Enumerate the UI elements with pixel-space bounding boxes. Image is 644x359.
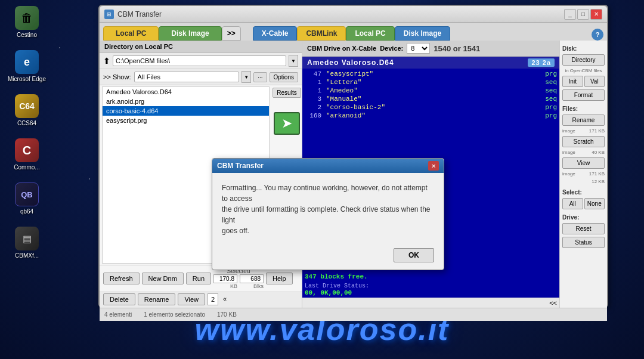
show-input[interactable] — [134, 72, 239, 82]
help-icon[interactable]: ? — [592, 29, 603, 41]
new-dnm-button[interactable]: New Dnm — [142, 273, 184, 284]
cbm-file-row-5[interactable]: 160 "arkanoid" prg — [305, 112, 557, 120]
kb-label: KB — [230, 283, 237, 289]
cbm-file-row-2[interactable]: 1 "Amedeo" seq — [305, 86, 557, 95]
val-button[interactable]: Val — [584, 76, 605, 87]
disk-tag: 23 2a — [528, 58, 555, 67]
file-item-1[interactable]: ark.anoid.prg — [103, 97, 269, 106]
image-kb-3: 171 KB — [589, 171, 605, 177]
reset-button[interactable]: Reset — [562, 223, 605, 234]
tab-more[interactable]: >> — [222, 26, 241, 41]
tab-disk-image[interactable]: Disk Image — [159, 26, 221, 41]
modal-dialog: CBM Transfer ✕ Formatting... You may con… — [212, 158, 444, 270]
device-label: Device: — [380, 45, 403, 52]
cbm-status-value: 00, 0K,00,00 — [305, 289, 557, 296]
rename-button[interactable]: Rename — [138, 293, 176, 305]
path-input[interactable] — [113, 55, 286, 66]
show-bar: >> Show: ▼ ··· Options — [100, 69, 302, 85]
status-size: 170 KB — [217, 311, 237, 318]
desktop-icon-cestino[interactable]: 🗑 Cestino — [6, 6, 48, 38]
blks-value: 688 — [240, 274, 264, 283]
left-panel-header: Directory on Local PC — [100, 41, 302, 53]
rename-cbm-button[interactable]: Rename — [562, 114, 605, 126]
tab-cbmlink[interactable]: CBMLink — [297, 26, 346, 41]
path-dropdown[interactable]: ▼ — [289, 55, 298, 67]
cbm-blocks-4: 2 — [305, 104, 321, 111]
disk-info-1: in OpenCBM files — [562, 68, 605, 73]
cbm-name-2: "Amedeo" — [326, 87, 540, 94]
status-button[interactable]: Status — [562, 237, 605, 248]
file-item-0[interactable]: Amedeo Valoroso.D64 — [103, 87, 269, 97]
close-button[interactable]: ✕ — [590, 9, 602, 20]
desktop-icon-qb64[interactable]: QB qb64 — [6, 182, 48, 215]
minimize-button[interactable]: _ — [564, 9, 576, 20]
transfer-right-button[interactable]: ➤ — [274, 112, 300, 135]
selected-area: Selected 170.8 KB 688 Blks — [213, 268, 264, 289]
status-selected: 1 elemento selezionato — [144, 311, 205, 318]
tab-xcable[interactable]: X-Cable — [253, 26, 298, 41]
file-item-3[interactable]: easyscript.prg — [103, 116, 269, 125]
none-button[interactable]: None — [584, 198, 605, 209]
init-button[interactable]: Init — [562, 76, 583, 87]
tab-local-pc[interactable]: Local PC — [103, 26, 159, 41]
path-up-icon: ⬆ — [103, 56, 110, 66]
cbm-type-4: prg — [545, 104, 557, 111]
path-bar: ⬆ ▼ — [100, 53, 302, 69]
desktop: 🗑 Cestino e Microsof Edge C64 CCS64 C Co… — [0, 0, 644, 359]
all-button[interactable]: All — [562, 198, 583, 209]
desktop-icon-ccs64[interactable]: C64 CCS64 — [6, 94, 48, 126]
refresh-button[interactable]: Refresh — [103, 273, 140, 284]
commodore-icon: C — [15, 138, 39, 162]
results-button[interactable]: Results — [273, 88, 301, 98]
desktop-icon-edge[interactable]: e Microsof Edge — [6, 50, 48, 82]
kb-area: 170.8 KB — [213, 274, 237, 289]
drive-name: 1540 or 1541 — [434, 44, 480, 53]
count-badge: 2 — [208, 293, 218, 305]
cbm-file-row-0[interactable]: 47 "easyscript" prg — [305, 70, 557, 78]
show-dropdown[interactable]: ▼ — [242, 71, 251, 83]
cbm-status-label: Last Drive Status: — [305, 283, 557, 289]
modal-ok-button[interactable]: OK — [394, 248, 434, 262]
cbm-file-row-1[interactable]: 1 "Lettera" seq — [305, 78, 557, 86]
modal-close-button[interactable]: ✕ — [428, 161, 439, 171]
cbm-type-0: prg — [545, 70, 557, 78]
tab-local-pc-right[interactable]: Local PC — [346, 26, 394, 41]
blks-label: Blks — [253, 283, 264, 289]
cbm-type-3: seq — [545, 95, 557, 103]
format-button[interactable]: Format — [562, 89, 605, 101]
desktop-icon-commodore[interactable]: C Commo... — [6, 138, 48, 171]
cbm-name-1: "Lettera" — [326, 79, 540, 86]
window-title: CBM Transfer — [117, 10, 162, 18]
cbm-blocks-1: 1 — [305, 79, 321, 86]
run-button[interactable]: Run — [186, 273, 211, 284]
select-section-label: Select: — [562, 189, 605, 196]
desktop-icon-cbmxfer[interactable]: ▤ CBMXf... — [6, 227, 48, 259]
scratch-button[interactable]: Scratch — [562, 136, 605, 147]
image-info-row-2: image 40 KB — [562, 150, 605, 155]
window-titlebar: ⊞ CBM Transfer _ □ ✕ — [100, 6, 607, 23]
device-select[interactable]: 8 9 10 — [407, 43, 430, 54]
cbmxfer-label: CBMXf... — [15, 252, 39, 259]
options-button[interactable]: Options — [270, 72, 298, 82]
ccs64-icon: C64 — [15, 94, 39, 118]
directory-button[interactable]: Directory — [562, 54, 605, 66]
cbm-file-row-3[interactable]: 3 "Manuale" seq — [305, 95, 557, 103]
modal-title: CBM Transfer — [217, 162, 264, 170]
cbm-free-blocks: 347 blocks free. — [302, 272, 559, 281]
kb-value: 170.8 — [213, 274, 237, 283]
init-val-row: Init Val — [562, 76, 605, 87]
cbm-disk-label: Amedeo Valoroso.D64 23 2a — [302, 57, 559, 69]
file-item-2[interactable]: corso-basic-4.d64 — [103, 106, 269, 116]
cbm-header-label: CBM Drive on X-Cable — [307, 45, 376, 52]
view-cbm-button[interactable]: View — [562, 157, 605, 169]
delete-button[interactable]: Delete — [103, 293, 135, 305]
maximize-button[interactable]: □ — [577, 9, 589, 20]
right-sidebar: Disk: Directory in OpenCBM files Init Va… — [559, 41, 607, 308]
tab-disk-image-right[interactable]: Disk Image — [395, 26, 450, 41]
browse-button[interactable]: ··· — [253, 72, 267, 82]
view-button[interactable]: View — [178, 293, 205, 305]
cbm-file-row-4[interactable]: 2 "corso-basic-2" prg — [305, 103, 557, 112]
nav-arrows-left[interactable]: << — [549, 299, 557, 307]
help-button[interactable]: Help — [266, 273, 293, 284]
image-label-2: image — [562, 150, 575, 155]
